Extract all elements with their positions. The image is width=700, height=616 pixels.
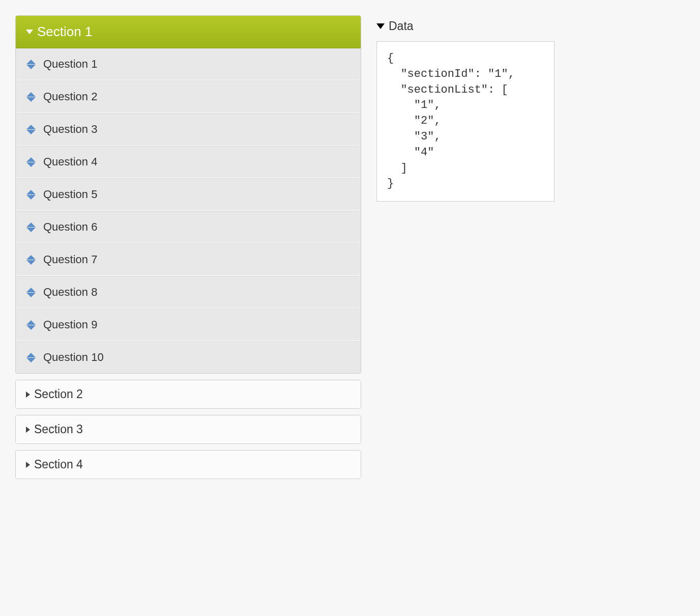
section-accordion-1: Section 1 Question 1 Question 2 Question…	[15, 15, 361, 374]
question-label: Question 2	[43, 90, 97, 103]
data-json-output: { "sectionId": "1", "sectionList": [ "1"…	[376, 41, 555, 202]
section-label: Section 2	[34, 387, 83, 401]
question-item[interactable]: Question 2	[16, 80, 361, 113]
main-container: Section 1 Question 1 Question 2 Question…	[15, 15, 685, 485]
caret-right-icon	[26, 462, 30, 468]
question-label: Question 6	[43, 220, 97, 234]
question-label: Question 5	[43, 188, 97, 201]
question-label: Question 3	[43, 123, 97, 136]
sort-handle-icon[interactable]	[26, 254, 36, 265]
caret-down-icon	[26, 30, 33, 34]
sort-handle-icon[interactable]	[26, 156, 36, 167]
sort-handle-icon[interactable]	[26, 59, 36, 70]
question-label: Question 7	[43, 253, 97, 266]
sort-handle-icon[interactable]	[26, 352, 36, 363]
section-accordion-4: Section 4	[15, 450, 361, 479]
section-header-4[interactable]: Section 4	[16, 451, 361, 479]
question-item[interactable]: Question 8	[16, 276, 361, 309]
question-label: Question 9	[43, 318, 97, 331]
question-label: Question 1	[43, 58, 97, 71]
question-item[interactable]: Question 3	[16, 113, 361, 146]
question-item[interactable]: Question 9	[16, 309, 361, 341]
section-header-2[interactable]: Section 2	[16, 380, 361, 408]
caret-right-icon	[26, 427, 30, 433]
data-panel-header[interactable]: Data	[376, 15, 555, 41]
section-accordion-2: Section 2	[15, 380, 361, 409]
data-panel-title: Data	[389, 19, 414, 33]
sort-handle-icon[interactable]	[26, 124, 36, 135]
question-item[interactable]: Question 10	[16, 341, 361, 373]
question-item[interactable]: Question 5	[16, 178, 361, 211]
section-label: Section 1	[37, 24, 92, 40]
section-label: Section 4	[34, 458, 83, 471]
question-item[interactable]: Question 1	[16, 48, 361, 80]
question-list: Question 1 Question 2 Question 3 Questio…	[16, 48, 361, 373]
question-label: Question 10	[43, 351, 104, 364]
section-header-3[interactable]: Section 3	[16, 415, 361, 443]
question-item[interactable]: Question 7	[16, 243, 361, 276]
sort-handle-icon[interactable]	[26, 189, 36, 200]
sort-handle-icon[interactable]	[26, 319, 36, 330]
section-header-1[interactable]: Section 1	[16, 16, 361, 48]
section-label: Section 3	[34, 423, 83, 436]
sort-handle-icon[interactable]	[26, 91, 36, 102]
question-item[interactable]: Question 4	[16, 146, 361, 178]
sections-column: Section 1 Question 1 Question 2 Question…	[15, 15, 361, 485]
sort-handle-icon[interactable]	[26, 221, 36, 233]
section-accordion-3: Section 3	[15, 415, 361, 444]
caret-down-icon	[376, 23, 385, 29]
data-panel: Data { "sectionId": "1", "sectionList": …	[376, 15, 555, 485]
question-item[interactable]: Question 6	[16, 211, 361, 243]
sort-handle-icon[interactable]	[26, 287, 36, 298]
caret-right-icon	[26, 391, 30, 398]
question-label: Question 4	[43, 155, 97, 169]
question-label: Question 8	[43, 286, 97, 299]
